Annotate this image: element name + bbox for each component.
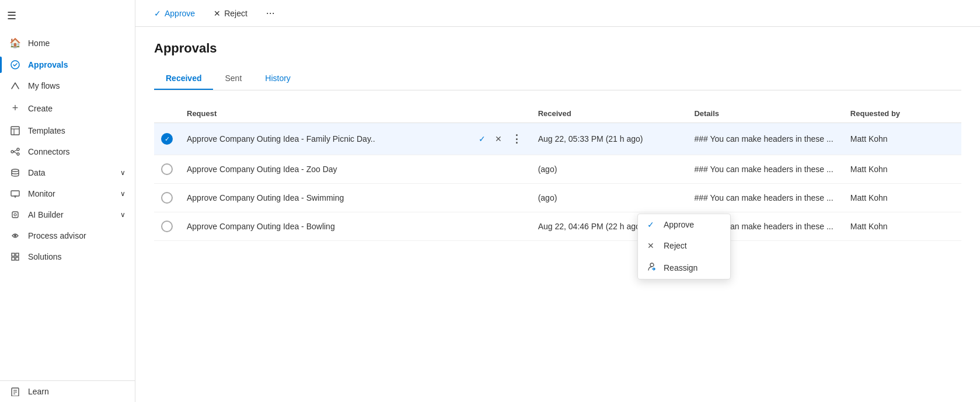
sidebar-item-home[interactable]: 🏠 Home	[0, 32, 135, 54]
chevron-down-icon: ∨	[120, 190, 125, 198]
tab-sent[interactable]: Sent	[213, 68, 253, 90]
row-approve-button[interactable]: ✓	[476, 133, 488, 145]
context-reassign-icon	[647, 262, 658, 273]
context-menu: ✓ Approve ✕ Reject Reassign	[637, 214, 731, 279]
sidebar-header: ☰	[0, 0, 135, 32]
col-header-details: Details	[687, 104, 843, 123]
chevron-down-icon: ∨	[120, 169, 125, 177]
sidebar-item-create[interactable]: + Create	[0, 96, 135, 120]
context-menu-item-approve[interactable]: ✓ Approve	[638, 214, 730, 235]
row-checkbox-1[interactable]: ✓	[154, 123, 180, 155]
sidebar-item-ai-builder[interactable]: AI Builder ∨	[0, 204, 135, 225]
context-approve-icon: ✓	[647, 220, 658, 229]
row-details-1: ### You can make headers in these ...	[687, 123, 843, 155]
context-menu-item-reject[interactable]: ✕ Reject	[638, 235, 730, 256]
tab-received[interactable]: Received	[154, 68, 213, 90]
svg-rect-17	[16, 253, 19, 256]
tab-history[interactable]: History	[253, 68, 302, 90]
sidebar-item-learn[interactable]: Learn	[0, 381, 135, 402]
sidebar-item-label: Data	[28, 168, 46, 177]
page-body: Approvals Received Sent History Request …	[135, 27, 980, 402]
check-empty-icon	[161, 192, 173, 204]
sidebar-item-data[interactable]: Data ∨	[0, 162, 135, 183]
row-checkbox-2[interactable]	[154, 155, 180, 184]
row-checkbox-4[interactable]	[154, 212, 180, 241]
sidebar-item-templates[interactable]: Templates	[0, 120, 135, 141]
svg-rect-18	[12, 257, 15, 260]
sidebar-item-my-flows[interactable]: My flows	[0, 75, 135, 96]
chevron-down-icon: ∨	[120, 211, 125, 219]
svg-rect-13	[12, 212, 18, 218]
approvals-icon	[9, 60, 21, 69]
sidebar-item-label: Home	[28, 39, 50, 48]
svg-point-9	[12, 169, 19, 172]
learn-icon	[9, 387, 21, 396]
sidebar-bottom: Learn	[0, 380, 135, 402]
approve-button[interactable]: ✓ Approve	[149, 6, 200, 20]
row-more-button[interactable]: ⋮	[509, 131, 524, 146]
home-icon: 🏠	[9, 37, 21, 48]
svg-point-4	[11, 151, 13, 153]
data-icon	[9, 168, 21, 177]
row-received-2: (ago)	[531, 155, 688, 184]
row-received-3: (ago)	[531, 184, 688, 212]
approve-label: Approve	[165, 9, 195, 18]
row-requested-by-3: Matt Kohn	[843, 184, 961, 212]
check-empty-icon	[161, 221, 173, 232]
row-request-2: Approve Company Outing Idea - Zoo Day	[180, 155, 531, 184]
row-actions: ✓ ✕ ⋮	[476, 131, 524, 146]
reject-button[interactable]: ✕ Reject	[209, 6, 252, 20]
sidebar-item-monitor[interactable]: Monitor ∨	[0, 183, 135, 204]
reject-label: Reject	[224, 9, 247, 18]
svg-rect-16	[12, 253, 15, 256]
context-reject-label: Reject	[664, 241, 687, 250]
svg-rect-19	[16, 257, 19, 260]
sidebar-item-label: Monitor	[28, 189, 55, 198]
sidebar-item-approvals[interactable]: Approvals	[0, 54, 135, 75]
table-row[interactable]: Approve Company Outing Idea - Zoo Day (a…	[154, 155, 961, 184]
sidebar-nav: 🏠 Home Approvals My flows + Create	[0, 32, 135, 380]
col-header-checkbox	[154, 104, 180, 123]
row-reject-button[interactable]: ✕	[493, 133, 504, 145]
sidebar-item-process-advisor[interactable]: Process advisor	[0, 225, 135, 246]
toolbar: ✓ Approve ✕ Reject ···	[135, 0, 980, 27]
sidebar-item-solutions[interactable]: Solutions	[0, 246, 135, 267]
solutions-icon	[9, 252, 21, 261]
sidebar-item-label: Connectors	[28, 147, 70, 156]
page-title: Approvals	[154, 41, 961, 56]
row-checkbox-3[interactable]	[154, 184, 180, 212]
row-requested-by-2: Matt Kohn	[843, 155, 961, 184]
svg-rect-1	[11, 127, 19, 135]
table-row[interactable]: Approve Company Outing Idea - Bowling Au…	[154, 212, 961, 241]
row-details-2: ### You can make headers in these ...	[687, 155, 843, 184]
row-requested-by-4: Matt Kohn	[843, 212, 961, 241]
sidebar-item-label: Process advisor	[28, 231, 86, 240]
main-content: ✓ Approve ✕ Reject ··· Approvals Receive…	[135, 0, 980, 402]
context-reject-icon: ✕	[647, 241, 658, 250]
sidebar-item-label: My flows	[28, 81, 60, 90]
svg-point-5	[17, 148, 19, 151]
sidebar-item-label: Learn	[28, 387, 49, 396]
check-empty-icon	[161, 163, 173, 175]
row-received-1: Aug 22, 05:33 PM (21 h ago)	[531, 123, 688, 155]
sidebar-item-connectors[interactable]: Connectors	[0, 141, 135, 162]
sidebar-item-label: Create	[28, 104, 53, 113]
approvals-table: Request Received Details Requested by ✓ …	[154, 104, 961, 241]
col-header-received: Received	[531, 104, 688, 123]
col-header-request: Request	[180, 104, 531, 123]
table-row[interactable]: ✓ Approve Company Outing Idea - Family P…	[154, 123, 961, 155]
row-request-3: Approve Company Outing Idea - Swimming	[180, 184, 531, 212]
templates-icon	[9, 126, 21, 135]
connectors-icon	[9, 147, 21, 156]
table-row[interactable]: Approve Company Outing Idea - Swimming (…	[154, 184, 961, 212]
context-menu-item-reassign[interactable]: Reassign	[638, 256, 730, 279]
svg-line-8	[13, 152, 17, 153]
process-advisor-icon	[9, 231, 21, 240]
svg-point-15	[14, 235, 16, 237]
svg-point-24	[650, 263, 654, 267]
request-text: Approve Company Outing Idea - Family Pic…	[187, 134, 375, 144]
create-icon: +	[9, 102, 21, 114]
col-header-requested-by: Requested by	[843, 104, 961, 123]
hamburger-icon[interactable]: ☰	[7, 9, 16, 22]
more-options-button[interactable]: ···	[261, 5, 280, 22]
